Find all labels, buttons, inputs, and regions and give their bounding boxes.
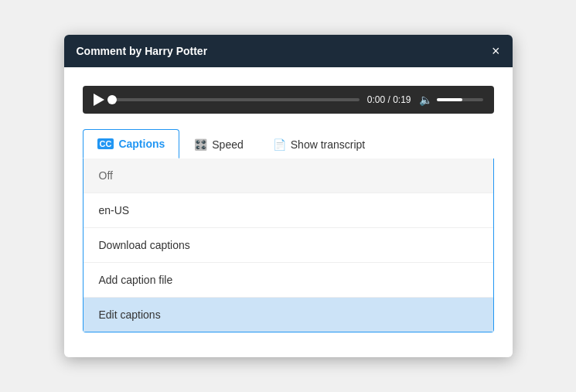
tabs-container: CC Captions 🎛️ Speed 📄 Show transcript xyxy=(83,129,494,159)
dropdown-item-add[interactable]: Add caption file xyxy=(84,263,493,298)
volume-icon: 🔈 xyxy=(419,94,432,106)
modal-body: 0:00 / 0:19 🔈 CC Captions 🎛️ Speed 📄 Sho… xyxy=(64,67,513,357)
tab-transcript[interactable]: 📄 Show transcript xyxy=(258,130,380,159)
play-button[interactable] xyxy=(94,94,104,106)
volume-fill xyxy=(437,98,462,101)
dropdown-item-download[interactable]: Download captions xyxy=(84,228,493,263)
tab-captions-label: Captions xyxy=(118,138,165,150)
progress-bar[interactable] xyxy=(112,98,360,101)
dropdown-item-off[interactable]: Off xyxy=(84,159,493,193)
modal: Comment by Harry Potter × 0:00 / 0:19 🔈 xyxy=(64,35,513,357)
dropdown-item-en-us[interactable]: en-US xyxy=(84,193,493,228)
dropdown-item-edit[interactable]: Edit captions xyxy=(84,298,493,332)
modal-header: Comment by Harry Potter × xyxy=(64,35,513,67)
tab-transcript-label: Show transcript xyxy=(291,138,365,151)
captions-icon: CC xyxy=(97,138,114,149)
audio-player: 0:00 / 0:19 🔈 xyxy=(83,86,494,114)
captions-dropdown: Off en-US Download captions Add caption … xyxy=(83,159,494,332)
close-button[interactable]: × xyxy=(492,44,500,58)
modal-title: Comment by Harry Potter xyxy=(77,45,208,57)
speed-icon: 🎛️ xyxy=(194,138,207,151)
tab-speed[interactable]: 🎛️ Speed xyxy=(179,130,257,159)
volume-section: 🔈 xyxy=(419,94,483,106)
time-display: 0:00 / 0:19 xyxy=(367,94,411,105)
tab-captions[interactable]: CC Captions xyxy=(83,129,180,159)
progress-container xyxy=(112,98,360,101)
tab-speed-label: Speed xyxy=(212,138,243,151)
volume-bar[interactable] xyxy=(437,98,483,101)
play-icon xyxy=(94,94,104,106)
transcript-icon: 📄 xyxy=(273,138,286,151)
progress-thumb xyxy=(107,95,117,104)
